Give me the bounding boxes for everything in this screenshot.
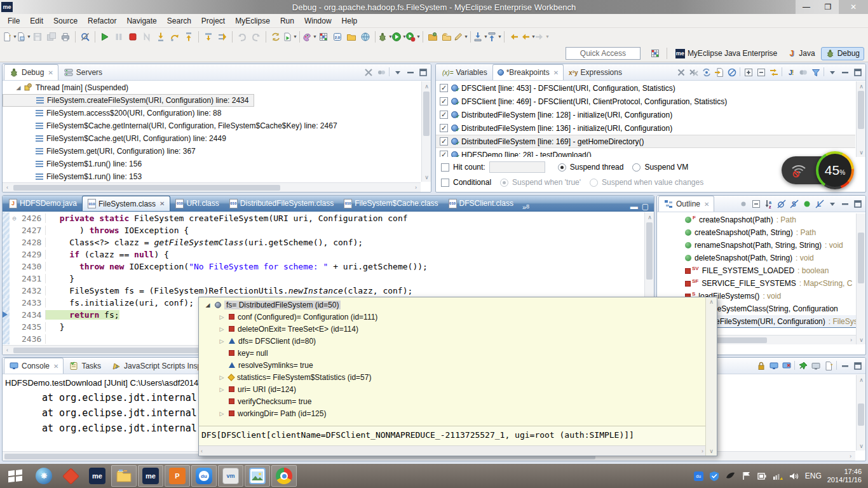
remove-all-breakpoints-button[interactable] bbox=[688, 67, 700, 78]
minimize-button[interactable] bbox=[839, 198, 851, 210]
hide-fields-button[interactable] bbox=[775, 198, 787, 210]
editor-tab-hdfsdemojava[interactable]: JHDFSDemo.java bbox=[4, 196, 82, 211]
dropdown-arrow-icon[interactable]: ▼ bbox=[464, 34, 468, 39]
popup-variable-row[interactable]: ▷uri= URI (id=124) bbox=[199, 383, 705, 395]
reload-breakpoints-button[interactable] bbox=[700, 67, 712, 78]
synchronize-button[interactable] bbox=[269, 30, 283, 44]
pause-button[interactable] bbox=[112, 30, 126, 44]
stack-frame[interactable]: FileSystem$Cache.getInternal(URI, Config… bbox=[3, 119, 421, 132]
breakpoint-checkbox[interactable]: ✓ bbox=[440, 151, 448, 157]
outline-vertical-scrollbar[interactable]: ∨ bbox=[856, 214, 865, 344]
dropdown-arrow-icon[interactable]: ▼ bbox=[498, 34, 502, 39]
close-tab-icon[interactable]: ✕ bbox=[553, 69, 559, 76]
open-console-button[interactable] bbox=[822, 360, 834, 372]
annotate-button[interactable]: ▼ bbox=[454, 30, 468, 44]
outline-item[interactable]: renameSnapshot(Path, String, String) : v… bbox=[657, 239, 856, 252]
maximize-button[interactable] bbox=[851, 198, 864, 210]
editor-tab-filesystemcacheclass[interactable]: 010FileSystem$Cache.class bbox=[339, 196, 443, 211]
toggle-mark-occurrences-button[interactable] bbox=[78, 30, 92, 44]
hide-static-button[interactable]: S bbox=[788, 198, 800, 210]
dropdown-arrow-icon[interactable]: ▼ bbox=[293, 34, 297, 39]
expander-icon[interactable]: ◢ bbox=[204, 302, 212, 308]
thread-item[interactable]: ◢Thread [main] (Suspended) bbox=[3, 81, 421, 94]
menu-window[interactable]: Window bbox=[299, 15, 337, 27]
minimize-button[interactable]: — bbox=[796, 0, 817, 14]
hit-count-checkbox[interactable] bbox=[441, 163, 449, 172]
group-by-button[interactable] bbox=[797, 67, 809, 78]
coverage-button[interactable]: ▼ bbox=[406, 30, 420, 44]
code-line[interactable]: 2429 if (clazz == null) { bbox=[3, 248, 644, 261]
new-wizard-button[interactable]: ▼ bbox=[3, 30, 17, 44]
breakpoint-checkbox[interactable]: ✓ bbox=[440, 97, 448, 105]
expander-icon[interactable]: ▷ bbox=[218, 374, 226, 381]
link-with-debug-button[interactable] bbox=[768, 67, 780, 78]
editor-overflow-chevron[interactable]: »8 bbox=[522, 203, 529, 211]
step-return-button[interactable] bbox=[182, 30, 196, 44]
tab-console[interactable]: Console✕ bbox=[4, 358, 64, 374]
close-tab-icon[interactable]: ✕ bbox=[704, 201, 709, 208]
hit-count-input[interactable] bbox=[489, 161, 545, 173]
baidu-tray-icon[interactable]: du bbox=[693, 471, 704, 482]
taskbar-myeclipse-pinned[interactable]: me bbox=[85, 465, 110, 487]
save-all-button[interactable] bbox=[44, 30, 58, 44]
menu-project[interactable]: Project bbox=[196, 15, 230, 27]
tab-javascriptscriptsinsp[interactable]: JJavaScript Scripts Insp bbox=[106, 358, 207, 374]
expander-icon[interactable]: ▷ bbox=[218, 326, 226, 332]
close-tab-icon[interactable]: ✕ bbox=[159, 200, 165, 207]
show-on-stderr-button[interactable] bbox=[780, 360, 792, 372]
tab-outline[interactable]: Outline✕ bbox=[658, 196, 714, 212]
export-button[interactable]: ▼ bbox=[487, 30, 501, 44]
palette-button[interactable]: ▼ bbox=[302, 30, 316, 44]
resume-button[interactable] bbox=[98, 30, 112, 44]
maximize-button[interactable] bbox=[851, 67, 864, 78]
import-button[interactable]: ▼ bbox=[473, 30, 487, 44]
last-edit-button[interactable] bbox=[507, 30, 521, 44]
stack-frame[interactable]: FileSystem$Cache.get(URI, Configuration)… bbox=[3, 132, 421, 145]
popup-variable-row[interactable]: ▷statistics= FileSystem$Statistics (id=5… bbox=[199, 371, 705, 383]
start-button[interactable] bbox=[0, 464, 31, 488]
code-line[interactable]: 2428 Class<?> clazz = getFileSystemClass… bbox=[3, 236, 644, 248]
code-line[interactable]: 2432 FileSystem fs = (FileSystem)Reflect… bbox=[3, 285, 644, 297]
remove-all-terminated-button[interactable] bbox=[362, 67, 374, 78]
taskbar-myeclipse[interactable]: me bbox=[138, 465, 163, 487]
popup-variable-row[interactable]: verifyChecksum= true bbox=[199, 395, 705, 407]
security-gadget[interactable]: 45 % bbox=[782, 151, 854, 189]
popup-variable-row[interactable]: ▷dfs= DFSClient (id=80) bbox=[199, 335, 705, 347]
expander-icon[interactable]: ▷ bbox=[218, 314, 226, 320]
print-button[interactable] bbox=[58, 30, 72, 44]
drop-to-frame-button[interactable] bbox=[201, 30, 215, 44]
code-line[interactable]: 2431 } bbox=[3, 273, 644, 285]
close-tab-icon[interactable]: ✕ bbox=[53, 363, 58, 370]
breakpoint-row[interactable]: ✓DFSClient [line: 469] - DFSClient(URI, … bbox=[436, 95, 855, 108]
popup-horizontal-scrollbar[interactable]: ‹› bbox=[199, 445, 705, 456]
hide-local-types-button[interactable]: L bbox=[813, 198, 825, 210]
save-button[interactable] bbox=[31, 30, 44, 44]
popup-variable-row[interactable]: ▷conf (Configured)= Configuration (id=11… bbox=[199, 311, 705, 323]
menu-search[interactable]: Search bbox=[162, 15, 196, 27]
display-selected-console-button[interactable] bbox=[810, 360, 822, 372]
editor-tab-filesystemclass[interactable]: 010FileSystem.class✕ bbox=[82, 196, 170, 211]
close-button[interactable]: ✕ bbox=[839, 0, 868, 14]
expander-icon[interactable]: ▷ bbox=[218, 338, 226, 344]
breakpoint-checkbox[interactable]: ✓ bbox=[440, 124, 448, 132]
world-clock-button[interactable] bbox=[358, 30, 372, 44]
fold-marker[interactable]: ⊖ bbox=[10, 215, 19, 222]
stack-frame[interactable]: FileSystem$1.run() line: 153 bbox=[3, 170, 421, 182]
quick-access-box[interactable]: Quick Access bbox=[566, 47, 641, 60]
breakpoint-checkbox[interactable]: ✓ bbox=[440, 84, 448, 92]
maximize-button[interactable] bbox=[851, 360, 864, 372]
breakpoint-row[interactable]: ✓DistributedFileSystem [line: 136] - ini… bbox=[436, 121, 855, 135]
editor-tab-dfsclientclass[interactable]: 010DFSClient.class bbox=[444, 196, 519, 211]
forward-button[interactable]: ▼ bbox=[535, 30, 549, 44]
collapse-all-button[interactable] bbox=[750, 198, 762, 210]
stack-frame[interactable]: FileSystem$1.run() line: 156 bbox=[3, 158, 421, 170]
dropdown-arrow-icon[interactable]: ▼ bbox=[416, 34, 421, 39]
stack-frame[interactable]: FileSystem.access$200(URI, Configuration… bbox=[3, 107, 421, 119]
disconnect-button[interactable] bbox=[140, 30, 154, 44]
taskbar-photo-viewer[interactable] bbox=[245, 465, 270, 487]
maximize-button[interactable] bbox=[417, 67, 429, 78]
debug-horizontal-scrollbar[interactable]: ‹ › bbox=[3, 182, 421, 192]
show-public-button[interactable] bbox=[801, 198, 813, 210]
restore-button[interactable]: ❐ bbox=[817, 0, 839, 14]
popup-variable-row[interactable]: key= null bbox=[199, 347, 705, 359]
